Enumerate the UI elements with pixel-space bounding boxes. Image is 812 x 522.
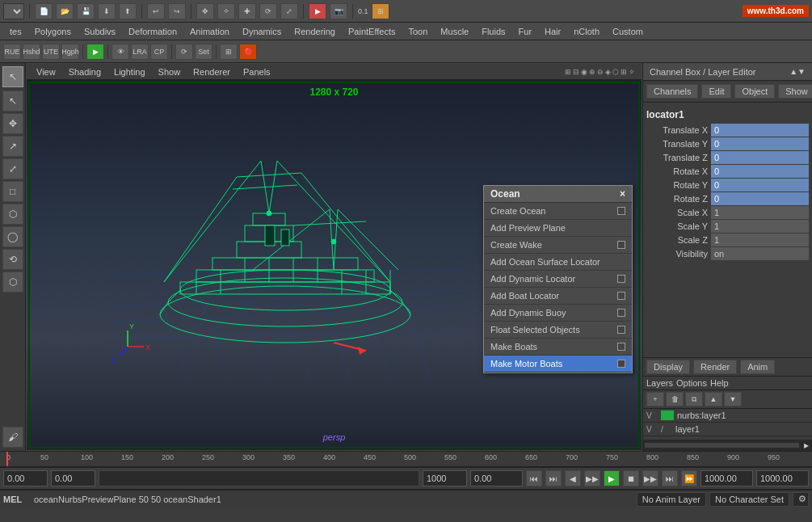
playhead[interactable] bbox=[6, 452, 8, 466]
poly-tool[interactable]: ⬡ bbox=[2, 204, 23, 225]
channel-value[interactable]: 0 bbox=[711, 165, 809, 178]
ocean-item-dynamic-locator[interactable]: Add Dynamic Locator bbox=[484, 271, 632, 288]
shader-btn[interactable]: 🔴 bbox=[239, 44, 257, 60]
rotate-btn[interactable]: ⟳ bbox=[259, 3, 277, 19]
ocean-item-dynamic-buoy[interactable]: Add Dynamic Buoy bbox=[484, 305, 632, 322]
layer-name-label[interactable]: nurbs:layer1 bbox=[677, 410, 726, 420]
layer-name-label[interactable]: layer1 bbox=[675, 424, 700, 434]
menu-deform[interactable]: Deformation bbox=[122, 25, 183, 38]
range-start-field[interactable] bbox=[51, 470, 95, 486]
ocean-menu-close-btn[interactable]: × bbox=[620, 188, 625, 200]
ocean-item-make-boats[interactable]: Make Boats bbox=[484, 339, 632, 356]
ocean-item-make-motor-boats[interactable]: Make Motor Boats bbox=[484, 356, 632, 373]
select-btn[interactable]: ✥ bbox=[196, 3, 214, 19]
channel-value[interactable]: 0 bbox=[711, 124, 809, 137]
vp-icon1[interactable]: ⊞ bbox=[565, 68, 571, 76]
pb-stop[interactable]: ⏹ bbox=[623, 470, 639, 486]
pb-go-start[interactable]: ⏮ bbox=[526, 470, 542, 486]
scroll-right-btn[interactable]: ▶ bbox=[801, 442, 812, 449]
box-tool[interactable]: □ bbox=[2, 181, 23, 202]
menu-hair[interactable]: Hair bbox=[538, 25, 567, 38]
vp-icon9[interactable]: ✧ bbox=[629, 68, 635, 76]
ocean-item-checkbox[interactable] bbox=[617, 309, 625, 317]
channel-value[interactable]: on bbox=[711, 247, 809, 260]
layer-new-btn[interactable]: + bbox=[646, 392, 664, 406]
tab-edit[interactable]: Edit bbox=[701, 84, 731, 99]
panel-scroll-icon[interactable]: ▲▼ bbox=[789, 67, 806, 76]
layer-opt-layers[interactable]: Layers bbox=[646, 378, 673, 388]
tab-object[interactable]: Object bbox=[734, 84, 775, 99]
ocean-item-create-wake[interactable]: Create Wake bbox=[484, 237, 632, 254]
channel-value[interactable]: 0 bbox=[711, 192, 809, 205]
vp-icon8[interactable]: ⊞ bbox=[621, 68, 627, 76]
ocean-item-checkbox[interactable] bbox=[617, 207, 625, 215]
ocean-item-surface-locator[interactable]: Add Ocean Surface Locator bbox=[484, 254, 632, 271]
tex-btn[interactable]: ⊞ bbox=[220, 44, 238, 60]
save-file-btn[interactable]: 💾 bbox=[77, 3, 95, 19]
anim-layer-field[interactable]: No Anim Layer bbox=[637, 492, 706, 507]
tab-channels[interactable]: Channels bbox=[646, 84, 698, 99]
tab-render[interactable]: Render bbox=[693, 360, 737, 374]
import-btn[interactable]: ⬇ bbox=[98, 3, 116, 19]
scale-tool[interactable]: ⤢ bbox=[2, 158, 23, 179]
tab-anim[interactable]: Anim bbox=[740, 360, 775, 374]
camera-btn[interactable]: 📷 bbox=[330, 3, 347, 19]
vp-icon2[interactable]: ⊟ bbox=[573, 68, 579, 76]
tab-show[interactable]: Show bbox=[778, 84, 812, 99]
menu-fur[interactable]: Fur bbox=[512, 25, 539, 38]
lasso-btn[interactable]: ⟡ bbox=[217, 3, 235, 19]
view-menu[interactable]: View bbox=[33, 67, 59, 77]
vp-icon7[interactable]: ⬡ bbox=[612, 68, 619, 76]
char-set-field[interactable]: No Character Set bbox=[709, 492, 789, 507]
menu-rendering[interactable]: Rendering bbox=[288, 25, 342, 38]
export-btn[interactable]: ⬆ bbox=[119, 3, 137, 19]
tb2-rue[interactable]: RUE bbox=[3, 44, 21, 60]
circle-btn[interactable]: ⟳ bbox=[175, 44, 193, 60]
layer-move-down-btn[interactable]: ▼ bbox=[724, 392, 742, 406]
current-frame-display[interactable] bbox=[470, 470, 523, 486]
channel-value[interactable]: 1 bbox=[711, 220, 809, 233]
rotate-tool[interactable]: ↗ bbox=[2, 136, 23, 157]
menu-tes[interactable]: tes bbox=[3, 25, 28, 38]
vp-icon4[interactable]: ⊕ bbox=[589, 68, 595, 76]
mode-selector[interactable]: Dynamics bbox=[3, 3, 24, 19]
pb-loop[interactable]: ⏩ bbox=[681, 470, 697, 486]
undo-btn[interactable]: ↩ bbox=[147, 3, 165, 19]
set-btn[interactable]: Set bbox=[195, 44, 212, 60]
layer-move-up-btn[interactable]: ▲ bbox=[705, 392, 722, 406]
lighting-menu[interactable]: Lighting bbox=[111, 67, 149, 77]
lra-btn[interactable]: LRA bbox=[131, 44, 149, 60]
menu-paintfx[interactable]: PaintEffects bbox=[342, 25, 402, 38]
tb2-hshd[interactable]: Hshd bbox=[23, 44, 40, 60]
cp-btn[interactable]: CP bbox=[150, 44, 168, 60]
pb-next-frame[interactable]: ▶▶ bbox=[642, 470, 658, 486]
layer-opt-options[interactable]: Options bbox=[676, 378, 707, 388]
channel-value[interactable]: 1 bbox=[711, 206, 809, 219]
menu-custom[interactable]: Custom bbox=[606, 25, 650, 38]
channel-value[interactable]: 0 bbox=[711, 151, 809, 164]
menu-fluids[interactable]: Fluids bbox=[475, 25, 511, 38]
pb-play-back[interactable]: ◀ bbox=[565, 470, 581, 486]
ocean-item-boat-locator[interactable]: Add Boat Locator bbox=[484, 288, 632, 305]
move-btn[interactable]: ✚ bbox=[238, 3, 256, 19]
layer-v-label[interactable]: V bbox=[646, 425, 658, 434]
ocean-item-checkbox[interactable] bbox=[617, 360, 625, 368]
vp-icon3[interactable]: ◉ bbox=[581, 68, 587, 76]
redo-btn[interactable]: ↪ bbox=[168, 3, 186, 19]
ocean-item-checkbox[interactable] bbox=[617, 343, 625, 351]
status-extra-btn[interactable]: ⚙ bbox=[793, 492, 809, 507]
scroll-bar[interactable]: ▶ bbox=[643, 440, 812, 451]
render-btn[interactable]: ▶ bbox=[309, 3, 326, 19]
camera-icon[interactable]: 👁 bbox=[111, 44, 129, 60]
ocean-item-checkbox[interactable] bbox=[617, 275, 625, 283]
move-tool[interactable]: ✥ bbox=[2, 113, 23, 134]
menu-ncloth[interactable]: nCloth bbox=[567, 25, 606, 38]
tb2-hgph[interactable]: Hgph bbox=[61, 44, 79, 60]
nurbs-tool[interactable]: ⬡ bbox=[2, 272, 23, 293]
show-menu[interactable]: Show bbox=[155, 67, 184, 77]
scale-btn[interactable]: ⤢ bbox=[280, 3, 298, 19]
menu-dynamics[interactable]: Dynamics bbox=[236, 25, 288, 38]
select-tool[interactable]: ↖ bbox=[2, 66, 23, 87]
ocean-menu-header[interactable]: Ocean × bbox=[484, 186, 632, 203]
end-range2-display[interactable] bbox=[756, 470, 809, 486]
